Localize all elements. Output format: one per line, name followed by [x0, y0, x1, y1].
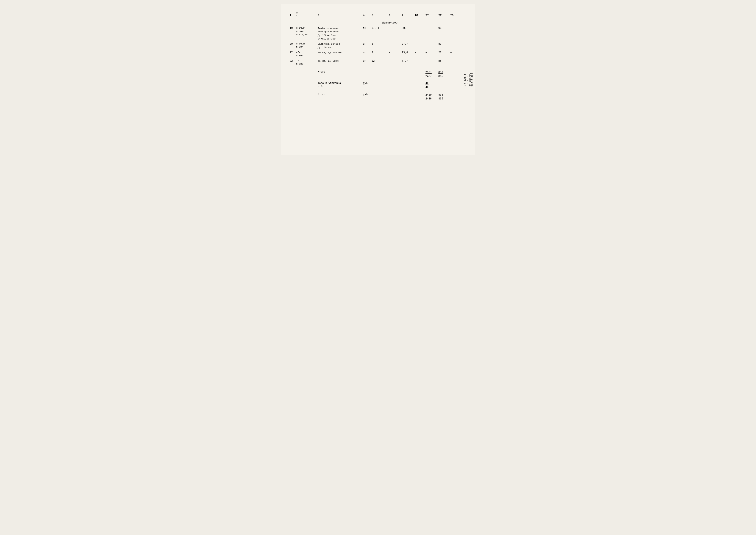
col-header-1: I — [290, 14, 296, 17]
row-col13: – — [450, 27, 459, 30]
col-header-8: 8 — [389, 14, 402, 17]
row-col11: – — [425, 27, 439, 30]
page: 902-2-384 Альбом II - 18 - 1413с-04 I Ш2… — [281, 4, 475, 155]
row-col12: 96 — [439, 27, 450, 30]
row-desc: То же, Ду 100 мм — [318, 51, 363, 54]
summary-col12: 833865 — [439, 70, 450, 78]
row-col13: – — [450, 51, 459, 55]
row-col8: – — [389, 59, 402, 63]
table-row: 22 –"– п.800 То же, Ду 50мм шт I2 – 7,07… — [290, 59, 462, 66]
row-code: –"– п.802 — [296, 51, 318, 58]
col-header-4: 4 — [363, 14, 372, 17]
side-middle-label: Альбом II — [469, 73, 471, 87]
row-num: 2I — [290, 51, 296, 55]
row-col11: – — [425, 42, 439, 46]
row-col10: – — [415, 51, 425, 55]
col-header-5: 5 — [372, 14, 389, 17]
summary-unit: руб — [363, 82, 372, 85]
row-col13: – — [450, 59, 459, 63]
row-col8: – — [389, 42, 402, 46]
table-row: 20 П.Iч.Ш п.804 Задвижка 30ч6бр Ду 150 м… — [290, 42, 462, 49]
row-qty: 0,3II — [372, 27, 389, 30]
summary-row: Итого 238I2437 833865 — [290, 70, 462, 78]
row-code: П.Iч.У п.1002 о К=0,89 — [296, 27, 318, 37]
row-num: 19 — [290, 27, 296, 30]
data-rows: 19 П.Iч.У п.1002 о К=0,89 Трубы стальные… — [290, 27, 462, 66]
table-row: 2I –"– п.802 То же, Ду 100 мм шт 2 – 13,… — [290, 51, 462, 58]
side-bottom-label: 1413с-04 — [464, 74, 466, 86]
row-desc: Трубы стальные электросварные Ду 159х4,5… — [318, 27, 363, 40]
row-col10: – — [415, 59, 425, 63]
row-col12: 83 — [439, 42, 450, 46]
row-unit: тн — [363, 27, 372, 30]
row-col9: 7,07 — [402, 59, 415, 63]
summary-unit: руб — [363, 93, 372, 96]
row-col11: – — [425, 51, 439, 55]
col-header-11: II — [425, 14, 439, 17]
row-col12: 85 — [439, 59, 450, 63]
summary-rows: Итого 238I2437 833865 Тара и упаковка2 %… — [290, 70, 462, 104]
row-col11: – — [425, 59, 439, 63]
row-col13: – — [450, 42, 459, 46]
row-desc: То же, Ду 50мм — [318, 59, 363, 63]
row-col10: – — [415, 27, 425, 30]
row-col12: 27 — [439, 51, 450, 55]
col-header-3: 3 — [318, 14, 363, 17]
row-unit: шт — [363, 51, 372, 55]
row-code: –"– п.800 — [296, 59, 318, 66]
col-header-9: 9 — [402, 14, 415, 17]
row-qty: 2 — [372, 51, 389, 55]
row-unit: шт — [363, 42, 372, 46]
summary-label: Тара и упаковка2 % — [318, 82, 363, 88]
summary-label: Итого — [318, 93, 363, 96]
row-col9: 27,7 — [402, 42, 415, 46]
row-num: 20 — [290, 42, 296, 46]
row-qty: I2 — [372, 59, 389, 63]
summary-col12: 833865 — [439, 93, 450, 101]
summary-col11: 24292486 — [425, 93, 439, 101]
row-col8: – — [389, 51, 402, 55]
row-desc: Задвижка 30ч6бр Ду 150 мм — [318, 42, 363, 49]
separator-line — [290, 68, 462, 69]
side-top-label: 902-2-384 — [471, 73, 473, 87]
col-header-2: Ш2 — [296, 12, 318, 17]
col-header-12: I2 — [439, 14, 450, 17]
summary-row: Итого руб 24292486 833865 — [290, 93, 462, 101]
section-title: Материалы — [318, 21, 462, 24]
table-row: 19 П.Iч.У п.1002 о К=0,89 Трубы стальные… — [290, 27, 462, 40]
side-page-num: - 18 - — [466, 75, 469, 84]
row-col10: – — [415, 42, 425, 46]
row-qty: 3 — [372, 42, 389, 46]
row-unit: шт — [363, 59, 372, 63]
row-col9: 13,6 — [402, 51, 415, 55]
summary-row: Тара и упаковка2 % руб 4849 — [290, 82, 462, 90]
row-col9: 309 — [402, 27, 415, 30]
row-num: 22 — [290, 59, 296, 63]
column-headers: I Ш2 3 4 5 8 9 IO II I2 I3 — [290, 12, 462, 18]
side-labels: 902-2-384 Альбом II - 18 - 1413с-04 — [464, 4, 473, 155]
col-header-10: IO — [415, 14, 425, 17]
summary-col11: 4849 — [425, 82, 439, 90]
summary-col11: 238I2437 — [425, 70, 439, 78]
row-col8: – — [389, 27, 402, 30]
col-header-13: I3 — [450, 14, 459, 17]
summary-label: Итого — [318, 70, 363, 73]
row-code: П.Iч.Ш п.804 — [296, 42, 318, 49]
